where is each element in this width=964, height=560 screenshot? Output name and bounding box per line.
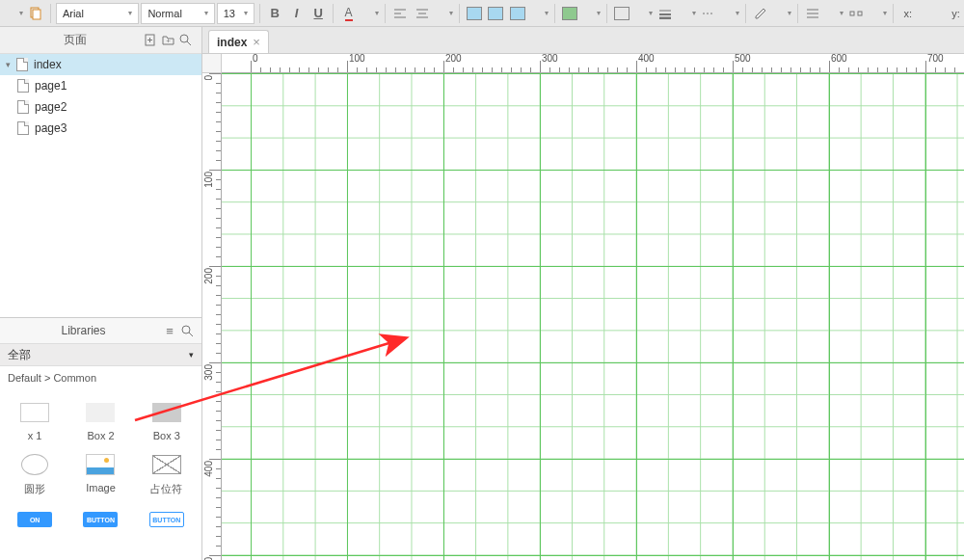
lib-item-box2[interactable]: Box 2 bbox=[69, 397, 131, 445]
page-label: index bbox=[34, 58, 62, 71]
tree-spacer bbox=[0, 139, 201, 317]
box-1-button[interactable] bbox=[465, 3, 485, 24]
separator bbox=[385, 4, 386, 23]
page-icon bbox=[17, 121, 29, 135]
close-tab-icon[interactable]: × bbox=[253, 35, 260, 49]
weight-selector[interactable]: Normal▾ bbox=[141, 3, 214, 24]
align-dropdown[interactable]: ▾ bbox=[434, 3, 454, 24]
line-weight-dropdown[interactable]: ▾ bbox=[677, 3, 697, 24]
ruler-vertical[interactable]: 0100200300400500600 bbox=[202, 73, 222, 560]
font-selector[interactable]: Arial▾ bbox=[56, 3, 139, 24]
main-area: 页面 + ▾ index page1 page2 bbox=[0, 27, 964, 560]
add-page-icon[interactable] bbox=[142, 32, 159, 49]
box-3-button[interactable] bbox=[508, 3, 528, 24]
lib-label bbox=[34, 537, 37, 548]
ellipse-shape bbox=[21, 454, 48, 475]
page-label: page2 bbox=[35, 100, 67, 114]
page-item-index[interactable]: ▾ index bbox=[0, 54, 201, 75]
separator bbox=[606, 4, 607, 23]
separator bbox=[797, 4, 798, 23]
lib-item-placeholder[interactable]: 占位符 bbox=[136, 449, 198, 500]
separator bbox=[333, 4, 334, 23]
lib-item-button3[interactable]: BUTTON bbox=[136, 504, 198, 552]
svg-rect-15 bbox=[850, 12, 854, 15]
svg-line-24 bbox=[189, 333, 193, 336]
tab-index[interactable]: index × bbox=[208, 30, 269, 53]
text-color-dropdown[interactable]: ▾ bbox=[361, 3, 381, 24]
svg-line-22 bbox=[187, 41, 191, 45]
toolbar: ▾ Arial▾ Normal▾ 13▾ B I U A ▾ ▾ ▾ ▾ ▾ ▾… bbox=[0, 0, 964, 27]
copy-icon[interactable] bbox=[26, 3, 46, 24]
lib-item-image[interactable]: Image bbox=[69, 449, 131, 500]
lib-grid: x 1 Box 2 Box 3 圆形 Image bbox=[0, 389, 201, 560]
libraries-title: Libraries bbox=[6, 324, 161, 337]
align-left-button[interactable] bbox=[390, 3, 411, 24]
italic-button[interactable]: I bbox=[286, 3, 307, 24]
add-folder-icon[interactable]: + bbox=[159, 32, 176, 49]
page-tree: ▾ index page1 page2 page3 bbox=[0, 54, 201, 139]
lib-label: Image bbox=[86, 482, 116, 493]
libraries-header: Libraries ≡ bbox=[0, 318, 201, 343]
page-item-page1[interactable]: page1 bbox=[0, 75, 201, 96]
page-item-page3[interactable]: page3 bbox=[0, 118, 201, 139]
coord-x-label: x: bbox=[903, 8, 912, 19]
distribute-button[interactable] bbox=[846, 3, 867, 24]
lib-label: 占位符 bbox=[150, 482, 182, 496]
svg-text:+: + bbox=[166, 37, 171, 45]
lib-label: Box 3 bbox=[153, 430, 180, 441]
text-color-button[interactable]: A bbox=[338, 3, 359, 24]
edit-button[interactable] bbox=[751, 3, 771, 24]
lib-search-icon[interactable] bbox=[178, 322, 196, 339]
chevron-down-icon: ▾ bbox=[189, 350, 194, 360]
separator bbox=[50, 4, 51, 23]
fill-button[interactable] bbox=[560, 3, 580, 24]
svg-point-23 bbox=[182, 326, 190, 333]
tab-bar: index × bbox=[202, 27, 964, 54]
separator bbox=[259, 4, 260, 23]
distribute-dropdown[interactable]: ▾ bbox=[868, 3, 888, 24]
svg-rect-1 bbox=[33, 10, 40, 19]
collapse-icon[interactable]: ▾ bbox=[6, 60, 11, 69]
svg-rect-16 bbox=[858, 12, 862, 15]
edit-dropdown[interactable]: ▾ bbox=[772, 3, 792, 24]
lib-item-box1[interactable]: x 1 bbox=[4, 397, 66, 445]
canvas[interactable] bbox=[222, 73, 964, 560]
tab-label: index bbox=[217, 36, 247, 49]
canvas-area: index × 0100200300400500600700800 010020… bbox=[202, 27, 964, 560]
underline-button[interactable]: U bbox=[308, 3, 329, 24]
ruler-corner bbox=[202, 54, 222, 73]
valign-button[interactable] bbox=[802, 3, 822, 24]
page-item-page2[interactable]: page2 bbox=[0, 96, 201, 118]
line-style-button[interactable] bbox=[699, 3, 719, 24]
search-pages-icon[interactable] bbox=[176, 32, 194, 49]
line-style-dropdown[interactable]: ▾ bbox=[720, 3, 740, 24]
lib-category-selector[interactable]: 全部 ▾ bbox=[0, 343, 201, 366]
ruler-horizontal[interactable]: 0100200300400500600700800 bbox=[222, 54, 964, 73]
image-shape bbox=[86, 454, 115, 475]
box-dropdown[interactable]: ▾ bbox=[529, 3, 549, 24]
border-button[interactable] bbox=[612, 3, 632, 24]
line-weight-button[interactable] bbox=[656, 3, 676, 24]
pages-panel-title: 页面 bbox=[8, 32, 142, 48]
button-primary-shape: BUTTON bbox=[83, 512, 118, 527]
lib-label bbox=[99, 537, 102, 548]
lib-item-ellipse[interactable]: 圆形 bbox=[4, 449, 66, 500]
valign-dropdown[interactable]: ▾ bbox=[824, 3, 844, 24]
box-2-button[interactable] bbox=[486, 3, 506, 24]
align-center-button[interactable] bbox=[413, 3, 433, 24]
coord-y-label: y: bbox=[951, 8, 960, 19]
size-selector[interactable]: 13▾ bbox=[217, 3, 254, 24]
lib-label bbox=[165, 537, 168, 548]
fill-dropdown[interactable]: ▾ bbox=[581, 3, 602, 24]
toolbar-dropdown-1[interactable]: ▾ bbox=[4, 3, 24, 24]
border-dropdown[interactable]: ▾ bbox=[633, 3, 654, 24]
lib-item-box3[interactable]: Box 3 bbox=[136, 397, 198, 445]
button-secondary-shape: BUTTON bbox=[149, 512, 184, 527]
page-label: page1 bbox=[35, 79, 67, 93]
lib-menu-icon[interactable]: ≡ bbox=[161, 322, 178, 339]
bold-button[interactable]: B bbox=[265, 3, 285, 24]
lib-breadcrumb[interactable]: Default > Common bbox=[0, 366, 201, 389]
lib-item-button2[interactable]: BUTTON bbox=[69, 504, 131, 552]
pages-panel-header: 页面 + bbox=[0, 27, 201, 54]
lib-item-button1[interactable]: ON bbox=[4, 504, 66, 552]
